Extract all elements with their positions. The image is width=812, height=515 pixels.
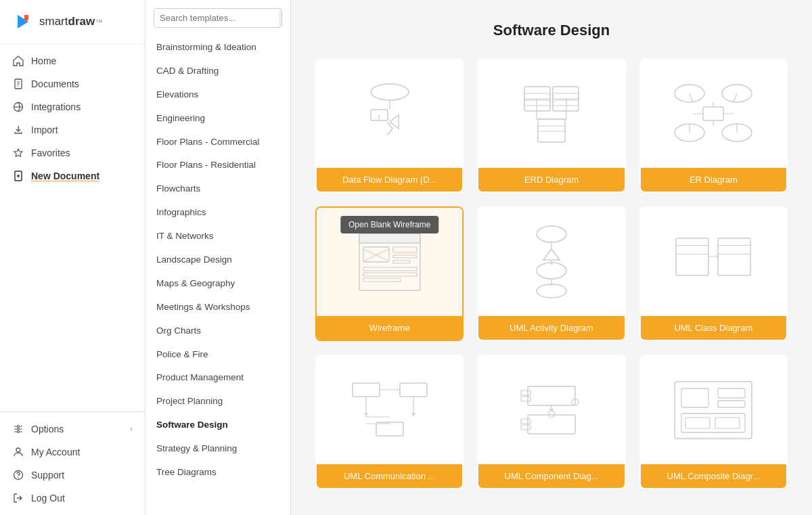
svg-rect-29 [359,233,420,243]
svg-rect-36 [363,267,417,271]
template-card-er-image [641,60,786,168]
svg-rect-20 [553,100,579,106]
template-card-dfd-image [317,60,462,168]
category-meetings[interactable]: Meetings & Workshops [145,296,290,319]
category-flowcharts[interactable]: Flowcharts [145,177,290,201]
template-card-uml-communication-image [317,356,462,464]
search-input[interactable] [154,9,279,27]
svg-rect-17 [524,100,550,106]
category-product[interactable]: Product Management [145,366,290,390]
category-project-planning[interactable]: Project Planning [145,390,290,413]
wireframe-tooltip: Open Blank Wireframe [340,216,438,233]
template-card-uml-component-image [478,356,624,464]
svg-rect-33 [393,247,417,252]
category-police-fire[interactable]: Police & Fire [145,343,290,367]
svg-point-8 [16,448,20,452]
support-icon [12,469,24,481]
svg-rect-68 [715,418,740,428]
template-card-erd[interactable]: ERD Diagram [477,58,625,193]
template-card-er[interactable]: ER Diagram [639,58,788,193]
template-card-wireframe-image: Open Blank Wireframe [317,208,462,316]
page-title: Software Design [315,22,788,39]
svg-rect-45 [676,254,708,254]
svg-rect-62 [675,382,752,439]
sidebar-item-integrations[interactable]: Integrations [0,95,145,118]
category-strategy[interactable]: Strategy & Planning [145,437,290,461]
import-icon [12,124,24,136]
integrations-icon [12,101,24,113]
svg-rect-44 [676,245,708,246]
template-card-uml-activity-image [478,208,624,316]
template-card-uml-class-image [641,208,786,316]
home-icon [12,55,24,67]
category-elevations[interactable]: Elevations [145,83,290,107]
sidebar-item-my-account[interactable]: My Account [0,441,145,464]
category-landscape[interactable]: Landscape Design [145,248,290,272]
sidebar-item-support[interactable]: Support [0,464,145,487]
sidebar-item-options[interactable]: Options › [0,418,145,441]
template-card-uml-communication[interactable]: UML Communication ... [315,355,464,489]
svg-rect-1 [24,15,28,20]
svg-point-12 [371,84,409,100]
svg-rect-60 [521,425,531,430]
sidebar-item-import[interactable]: Import [0,118,145,141]
svg-marker-40 [543,249,560,260]
category-it-networks[interactable]: IT & Networks [145,225,290,248]
sidebar-item-logout[interactable]: Log Out [0,487,145,510]
sidebar-item-new-document[interactable]: New Document [0,164,145,187]
template-card-uml-composite-label: UML Composite Diagr... [641,464,786,488]
svg-point-61 [548,411,555,418]
svg-point-6 [18,428,20,430]
template-card-uml-class[interactable]: UML Class Diagram [639,206,788,341]
svg-rect-66 [681,413,745,432]
svg-rect-63 [681,388,708,407]
category-list: Brainstorming & Ideation CAD & Drafting … [145,36,290,515]
category-engineering[interactable]: Engineering [145,107,290,131]
category-tree-diagrams[interactable]: Tree Diagrams [145,461,290,485]
svg-rect-16 [524,93,550,99]
category-maps[interactable]: Maps & Geography [145,272,290,296]
category-floor-commercial[interactable]: Floor Plans - Commercial [145,131,290,154]
category-org-charts[interactable]: Org Charts [145,319,290,343]
new-document-icon [12,170,24,182]
category-floor-residential[interactable]: Floor Plans - Residential [145,154,290,177]
svg-rect-48 [718,254,750,254]
svg-rect-51 [353,383,380,397]
template-card-dfd[interactable]: Data Flow Diagram (D... [315,58,464,193]
template-card-uml-activity-label: UML Activity Diagram [478,316,624,340]
template-card-uml-component[interactable]: UML Component Diag... [477,355,625,489]
template-card-wireframe[interactable]: Open Blank Wireframe Wireframe [315,206,464,341]
template-card-uml-composite-image [641,356,786,464]
template-card-er-label: ER Diagram [641,168,786,192]
template-card-uml-activity[interactable]: UML Activity Diagram [477,206,625,341]
template-card-uml-component-label: UML Component Diag... [478,464,624,488]
svg-rect-67 [685,418,710,428]
category-brainstorming[interactable]: Brainstorming & Ideation [145,36,290,60]
svg-rect-47 [718,245,750,246]
template-card-uml-communication-label: UML Communication ... [317,464,462,488]
category-software-design[interactable]: Software Design [145,413,290,437]
templates-grid: Data Flow Diagram (D... ERD Diagram [315,58,788,489]
svg-rect-59 [521,419,531,424]
app-name: smartdraw™ [39,15,103,28]
category-infographics[interactable]: Infographics [145,201,290,225]
category-panel: Brainstorming & Ideation CAD & Drafting … [145,0,291,515]
template-card-erd-image [478,60,624,168]
category-cad[interactable]: CAD & Drafting [145,60,290,83]
template-card-uml-composite[interactable]: UML Composite Diagr... [639,355,788,489]
svg-rect-38 [363,278,401,282]
svg-rect-53 [376,422,403,436]
search-button[interactable] [279,9,282,27]
sidebar-item-home[interactable]: Home [0,49,145,72]
svg-rect-22 [538,126,565,131]
svg-point-5 [18,426,20,428]
app-logo: smartdraw™ [0,0,145,44]
sidebar-item-favorites[interactable]: Favorites [0,141,145,164]
svg-rect-27 [703,107,723,120]
sidebar-item-documents[interactable]: Documents [0,72,145,95]
options-chevron-icon: › [130,424,133,434]
svg-point-39 [537,226,566,242]
svg-rect-35 [393,261,410,263]
template-card-dfd-label: Data Flow Diagram (D... [317,168,462,192]
smartdraw-logo-icon [12,11,34,32]
